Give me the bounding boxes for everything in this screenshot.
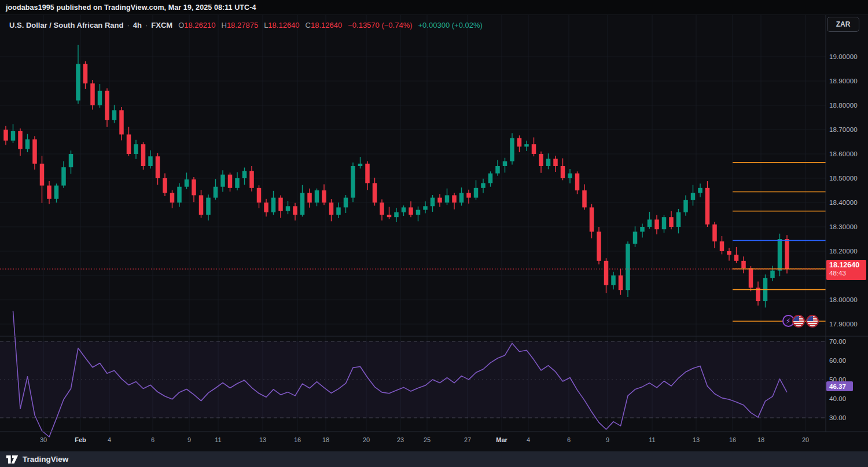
price-axis-label: 19.00000 [829,53,858,60]
candle [380,203,384,215]
high-value: 18.27875 [227,21,258,30]
time-axis-label: 20 [802,436,809,443]
candle [590,207,594,231]
candle [452,195,457,203]
candle [495,166,500,174]
candle [134,144,138,154]
symbol-name[interactable]: U.S. Dollar / South African Rand [9,21,123,30]
candle [257,188,262,203]
candle [503,161,507,166]
candle [431,198,435,207]
candle [307,193,312,203]
candle [539,154,543,166]
bar-countdown: 48:43 [826,270,866,277]
candle [278,198,283,211]
candle [185,179,189,187]
time-axis-label: 6 [151,436,155,443]
candle [597,231,601,260]
candle [568,174,572,178]
us-flag-event-icon[interactable] [806,315,819,328]
time-axis-label: 18 [757,436,764,443]
low-label: L [264,21,268,30]
rsi-axis-label: 70.00 [829,338,846,345]
candle [54,186,59,199]
candle [409,207,413,215]
interval-label[interactable]: 4h [133,21,142,30]
candle [206,198,211,215]
close-label: C [306,21,311,30]
candle [322,190,326,203]
brand-bar: TradingView [0,451,868,467]
flag-canton [807,316,813,321]
price-axis-label: 18.40000 [829,199,858,206]
time-axis-label: 4 [527,436,530,443]
candle [698,188,703,193]
candle [351,166,355,198]
publish-status-text: joodabas1995 published on TradingView.co… [6,3,256,12]
rsi-value-label: 46.37 [826,381,853,391]
candle [220,175,225,187]
candle [264,203,269,212]
candle [626,244,630,290]
candle [683,200,688,212]
candle [98,91,102,105]
price-axis-label: 18.70000 [829,126,858,133]
us-flag-event-icon[interactable] [792,315,805,328]
time-axis-label: 11 [215,436,221,443]
time-axis-label: Feb [75,436,86,443]
time-axis-label: 30 [40,436,47,443]
candle [524,144,529,146]
candle [365,164,370,183]
price-axis-label: 17.90000 [829,321,858,328]
candle [18,131,23,149]
candle [705,188,710,225]
candle [127,134,131,154]
time-axis-label: 16 [294,436,301,443]
flag-canton [793,316,799,321]
candle [199,195,204,215]
candle [640,227,645,231]
change-positive: +0.00300 (+0.02%) [418,21,483,30]
candle [69,154,73,167]
current-price-value: 18.12640 [826,261,866,269]
tradingview-logo-icon[interactable] [6,455,19,464]
currency-button[interactable]: ZAR [827,17,859,32]
candle [402,207,406,212]
close-value: 18.12640 [311,21,342,30]
candle [553,159,558,166]
candle [778,239,782,271]
candle [416,210,421,215]
candle [242,171,247,178]
candle [358,164,363,166]
chart-canvas[interactable] [0,0,868,467]
price-axis-label: 18.90000 [829,78,858,84]
candle [11,131,16,141]
candle [662,217,667,229]
price-axis-label: 18.60000 [829,150,858,157]
candle [286,206,290,211]
candle [619,275,623,290]
candle [648,219,652,227]
candle [235,178,240,188]
candle [691,193,696,200]
candle [510,138,514,161]
candle [156,156,160,178]
current-price-label: 18.12640 48:43 [826,260,866,280]
price-axis-label: 18.30000 [829,223,858,230]
time-axis-label: 13 [693,436,700,443]
price-axis-label: 18.80000 [829,102,858,109]
candle [47,186,52,199]
candle [163,178,167,193]
candle [712,225,717,241]
candle [300,193,305,215]
candle [90,83,95,105]
symbol-header: U.S. Dollar / South African Rand · 4h · … [9,19,483,31]
candle [575,174,580,190]
candle [741,261,746,269]
candle [344,198,348,208]
rsi-axis-label: 60.00 [829,357,846,364]
open-value: 18.26210 [184,21,215,30]
candle [582,190,587,207]
brand-name[interactable]: TradingView [23,455,68,464]
time-axis-label: 4 [108,436,111,443]
